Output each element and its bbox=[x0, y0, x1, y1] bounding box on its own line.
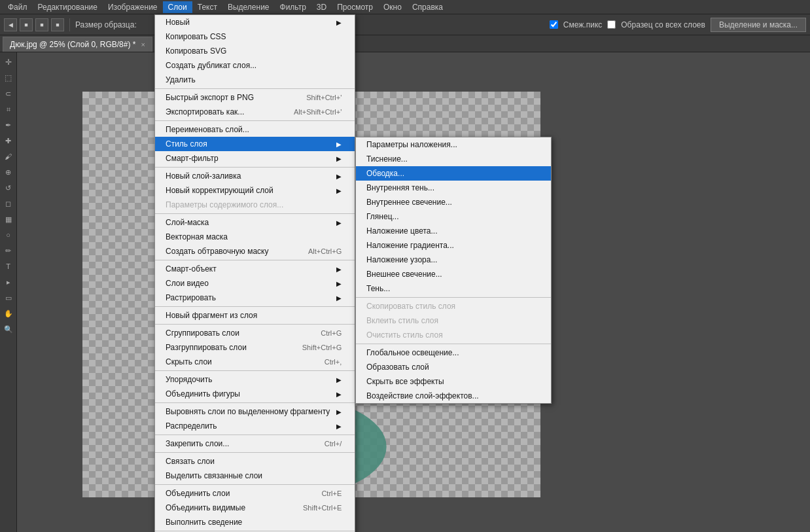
document-canvas bbox=[82, 92, 540, 497]
snap-label2: Образец со всех слоев bbox=[621, 20, 705, 29]
tab-bar: Дюк.jpg @ 25% (Слой 0, RGB/8#) * × bbox=[0, 35, 810, 52]
menu-image[interactable]: Изображение bbox=[103, 1, 163, 13]
tool-dodge[interactable]: ○ bbox=[1, 228, 16, 242]
tool-lasso[interactable]: ⊂ bbox=[1, 86, 16, 101]
snap-checkbox2[interactable] bbox=[607, 20, 616, 29]
left-tool-panel: ✛ ⬚ ⊂ ⌗ ✒ ✚ 🖌 ⊕ ↺ ◻ ▦ ○ ✏ T ▸ ▭ ✋ 🔍 bbox=[0, 52, 17, 532]
canvas-area bbox=[17, 52, 810, 532]
tool-move[interactable]: ✛ bbox=[1, 55, 16, 69]
menu-filter[interactable]: Фильтр bbox=[275, 1, 311, 13]
toolbar: ◀ ■ ■ ■ Размер образца: Смеж.пикс Образе… bbox=[0, 14, 810, 35]
tool-select[interactable]: ⬚ bbox=[1, 71, 16, 85]
document-tab[interactable]: Дюк.jpg @ 25% (Слой 0, RGB/8#) * × bbox=[3, 37, 152, 52]
toolbar-sep1 bbox=[69, 18, 70, 31]
tool-pen[interactable]: ✏ bbox=[1, 243, 16, 258]
menu-bar: Файл Редактирование Изображение Слои Тек… bbox=[0, 0, 810, 14]
snap-checkbox1[interactable] bbox=[550, 20, 558, 29]
menu-select[interactable]: Выделение bbox=[222, 1, 275, 13]
tool-shape[interactable]: ▭ bbox=[1, 291, 16, 305]
toolbar-btn-back[interactable]: ◀ bbox=[4, 18, 17, 31]
size-label: Размер образца: bbox=[75, 20, 137, 29]
tool-zoom[interactable]: 🔍 bbox=[1, 322, 16, 336]
tool-heal[interactable]: ✚ bbox=[1, 133, 16, 148]
tool-brush[interactable]: 🖌 bbox=[1, 149, 16, 164]
mask-button[interactable]: Выделение и маска... bbox=[711, 18, 806, 32]
menu-layer[interactable]: Слои bbox=[163, 1, 192, 13]
menu-window[interactable]: Окно bbox=[378, 1, 407, 13]
statue-image bbox=[122, 118, 449, 497]
tool-eyedrop[interactable]: ✒ bbox=[1, 118, 16, 132]
tool-crop[interactable]: ⌗ bbox=[1, 102, 16, 116]
toolbar-btn-square3[interactable]: ■ bbox=[51, 18, 64, 31]
tool-stamp[interactable]: ⊕ bbox=[1, 165, 16, 179]
menu-3d[interactable]: 3D bbox=[311, 1, 332, 13]
tool-gradient[interactable]: ▦ bbox=[1, 212, 16, 226]
workspace: ✛ ⬚ ⊂ ⌗ ✒ ✚ 🖌 ⊕ ↺ ◻ ▦ ○ ✏ T ▸ ▭ ✋ 🔍 bbox=[0, 52, 810, 532]
menu-help[interactable]: Справка bbox=[407, 1, 448, 13]
tab-close[interactable]: × bbox=[141, 41, 145, 48]
tool-history[interactable]: ↺ bbox=[1, 181, 16, 195]
tool-eraser[interactable]: ◻ bbox=[1, 196, 16, 211]
menu-file[interactable]: Файл bbox=[3, 1, 33, 13]
tab-title: Дюк.jpg @ 25% (Слой 0, RGB/8#) * bbox=[10, 40, 135, 49]
snap-label1: Смеж.пикс bbox=[563, 20, 602, 29]
toolbar-btn-square2[interactable]: ■ bbox=[35, 18, 48, 31]
menu-edit[interactable]: Редактирование bbox=[33, 1, 103, 13]
toolbar-btn-square1[interactable]: ■ bbox=[20, 18, 33, 31]
menu-view[interactable]: Просмотр bbox=[332, 1, 378, 13]
tool-path-select[interactable]: ▸ bbox=[1, 275, 16, 289]
menu-text[interactable]: Текст bbox=[192, 1, 222, 13]
tool-hand[interactable]: ✋ bbox=[1, 306, 16, 321]
svg-point-5 bbox=[290, 216, 300, 228]
tool-text[interactable]: T bbox=[1, 259, 16, 274]
svg-point-4 bbox=[271, 216, 281, 228]
